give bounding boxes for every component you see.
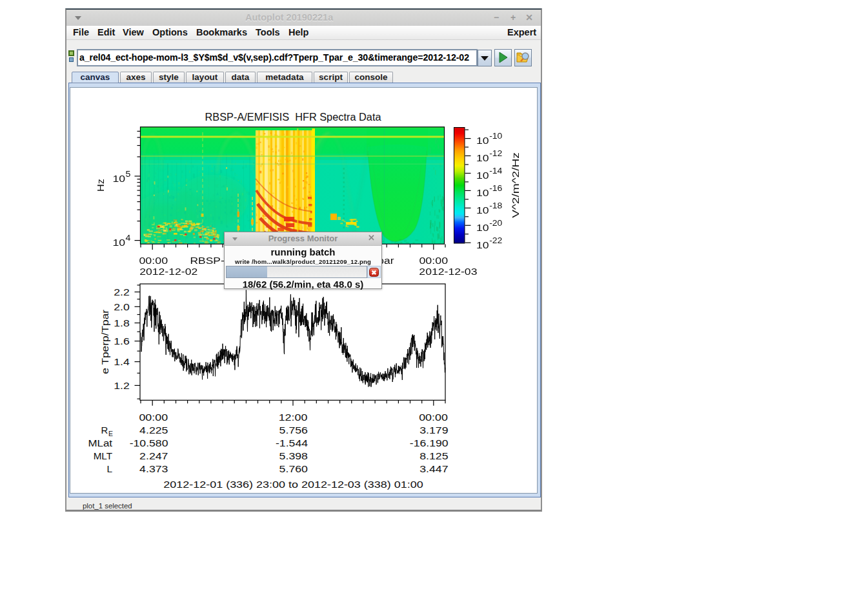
svg-text:10: 10 xyxy=(112,173,125,184)
svg-text:5.398: 5.398 xyxy=(279,450,308,461)
svg-text:10: 10 xyxy=(476,205,489,215)
svg-text:e Tperp/Tpar: e Tperp/Tpar xyxy=(99,310,110,374)
svg-text:10: 10 xyxy=(476,152,489,163)
svg-text:12:00: 12:00 xyxy=(279,412,308,423)
svg-text:2.247: 2.247 xyxy=(139,450,168,461)
svg-text:1.8: 1.8 xyxy=(114,317,130,328)
svg-text:10: 10 xyxy=(112,237,125,248)
svg-text:MLT: MLT xyxy=(94,450,113,461)
svg-text:8.125: 8.125 xyxy=(419,450,448,461)
svg-text:2.0: 2.0 xyxy=(114,301,130,312)
svg-text:2012-12-01 (336) 23:00 to 2012: 2012-12-01 (336) 23:00 to 2012-12-03 (33… xyxy=(163,479,423,490)
svg-text:5.760: 5.760 xyxy=(279,463,308,474)
svg-text:00:00: 00:00 xyxy=(139,412,168,423)
svg-text:4: 4 xyxy=(126,234,131,243)
svg-text:MLat: MLat xyxy=(88,437,112,448)
svg-text:4.225: 4.225 xyxy=(139,425,168,436)
svg-text:3.179: 3.179 xyxy=(419,425,448,436)
svg-text:2.2: 2.2 xyxy=(114,286,130,297)
svg-text:RBSP-A/EMFISIS HFR Spectra Da: RBSP-A/EMFISIS HFR Spectra Data xyxy=(205,111,382,123)
svg-text:-14: -14 xyxy=(489,166,502,175)
svg-text:10: 10 xyxy=(476,222,489,233)
svg-text:2012-12-02: 2012-12-02 xyxy=(139,266,197,277)
svg-text:1.2: 1.2 xyxy=(114,380,130,391)
svg-text:5: 5 xyxy=(126,170,131,179)
svg-text:-16.190: -16.190 xyxy=(410,437,449,448)
svg-text:L: L xyxy=(106,463,112,474)
svg-text:00:00: 00:00 xyxy=(139,255,168,266)
svg-text:4.373: 4.373 xyxy=(139,463,168,474)
svg-text:10: 10 xyxy=(476,135,489,146)
svg-text:2012-12-03: 2012-12-03 xyxy=(419,266,477,277)
svg-text:10: 10 xyxy=(476,239,489,250)
svg-text:-20: -20 xyxy=(489,219,502,228)
svg-text:10: 10 xyxy=(476,170,489,181)
svg-text:5.756: 5.756 xyxy=(279,425,308,436)
svg-text:-18: -18 xyxy=(489,201,502,210)
svg-text:1.6: 1.6 xyxy=(114,336,130,346)
svg-text:-10: -10 xyxy=(489,132,502,141)
svg-text:3.447: 3.447 xyxy=(419,463,448,474)
svg-text:10: 10 xyxy=(476,187,489,198)
svg-text:E: E xyxy=(108,430,113,437)
svg-text:-12: -12 xyxy=(489,149,502,158)
svg-text:-16: -16 xyxy=(489,184,502,193)
svg-text:-10.580: -10.580 xyxy=(130,437,168,448)
svg-text:1.4: 1.4 xyxy=(114,356,130,367)
svg-text:R: R xyxy=(101,425,108,436)
svg-text:Hz: Hz xyxy=(95,179,106,192)
svg-text:00:00: 00:00 xyxy=(419,255,448,266)
svg-text:V^2/m^2/Hz: V^2/m^2/Hz xyxy=(510,152,521,218)
svg-text:00:00: 00:00 xyxy=(419,412,448,423)
svg-text:-22: -22 xyxy=(489,236,502,245)
svg-text:-1.544: -1.544 xyxy=(276,437,308,448)
